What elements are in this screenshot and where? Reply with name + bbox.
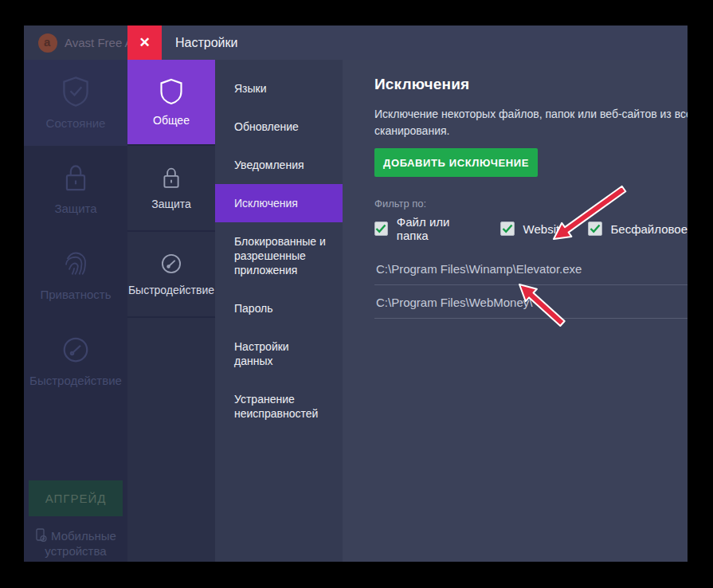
sidebar-item-performance[interactable]: Быстродействие [24,318,127,404]
add-exclusion-button[interactable]: ДОБАВИТЬ ИСКЛЮЧЕНИЕ [374,148,538,177]
filter-row: Файл или папка Website Бесфайловое [374,215,688,242]
menu-item-notifications[interactable]: Уведомления [215,146,343,184]
avast-settings-window: Avast Free A ✕ Настройки Состояние [24,25,688,562]
main-app-sidebar: Состояние Защита Приватность [24,60,127,562]
settings-menu: Языки Обновление Уведомления Исключения … [215,60,343,562]
exclusion-list: C:\Program Files\Winamp\Elevator.exe C:\… [374,252,688,319]
tab-general[interactable]: Общее [127,60,215,146]
checkbox-file-or-folder[interactable] [374,221,388,236]
shield-icon [159,78,183,105]
filter-by-label: Фильтр по: [374,198,688,210]
menu-item-blocked-allowed-apps[interactable]: Блокированные и разрешенные приложения [215,222,343,289]
check-icon [590,224,601,233]
sidebar-item-privacy[interactable]: Приватность [24,232,127,318]
check-icon [375,224,386,233]
app-title: Avast Free A [65,36,127,49]
filter-fileless[interactable]: Бесфайловое [588,221,688,236]
tab-protection[interactable]: Защита [127,146,215,232]
sidebar-item-status[interactable]: Состояние [24,60,127,146]
tab-label: Защита [151,198,191,210]
tab-label: Общее [153,114,190,127]
menu-item-password[interactable]: Пароль [215,289,343,327]
exclusion-row[interactable]: C:\Program Files\WebMoney\* [374,285,688,319]
check-icon [502,224,513,233]
page-title: Исключения [374,76,688,93]
settings-window-title: Настройки [175,25,237,60]
upgrade-button[interactable]: АПГРЕЙД [29,480,123,516]
avast-logo-icon [38,33,57,53]
gauge-icon [61,335,90,364]
page-description: Исключение некоторых файлов, папок или в… [374,106,688,139]
lock-icon [161,167,182,189]
settings-tabs: Общее Защита Быстродействие [127,60,215,562]
filter-website[interactable]: Website [500,221,566,236]
close-icon: ✕ [139,36,150,49]
mobile-devices-label: Мобильные устройства [45,529,116,558]
filter-label-text: Website [523,222,566,236]
shield-check-icon [61,76,90,107]
sidebar-item-label: Быстродействие [29,374,122,387]
exclusions-panel: Исключения Исключение некоторых файлов, … [343,60,688,562]
app-title-area: Avast Free A [24,25,127,60]
phone-plus-icon [35,528,48,543]
fingerprint-icon [61,249,90,278]
exclusion-row[interactable]: C:\Program Files\Winamp\Elevator.exe [374,252,688,285]
mobile-devices-link[interactable]: Мобильные устройства [28,528,123,559]
menu-item-troubleshooting[interactable]: Устранение неисправностей [215,380,343,433]
checkbox-fileless[interactable] [588,221,602,236]
sidebar-item-label: Приватность [41,288,112,301]
menu-item-data-settings[interactable]: Настройки данных [215,327,343,380]
screenshot-stage: Avast Free A ✕ Настройки Состояние [0,0,713,588]
menu-item-exclusions[interactable]: Исключения [215,184,343,222]
title-bar: Avast Free A ✕ Настройки [24,25,688,60]
tab-performance[interactable]: Быстродействие [127,232,215,318]
lock-icon [62,163,89,192]
menu-item-update[interactable]: Обновление [215,108,343,146]
close-button[interactable]: ✕ [127,25,162,60]
gauge-icon [160,253,182,275]
tab-label: Быстродействие [128,284,214,296]
filter-label-text: Файл или папка [397,215,479,242]
checkbox-website[interactable] [500,221,515,236]
filter-label-text: Бесфайловое [611,222,688,236]
sidebar-item-label: Защита [54,202,96,215]
sidebar-item-label: Состояние [46,116,106,130]
menu-item-languages[interactable]: Языки [215,69,343,108]
sidebar-item-protection[interactable]: Защита [24,146,127,232]
filter-file-or-folder[interactable]: Файл или папка [374,215,479,242]
